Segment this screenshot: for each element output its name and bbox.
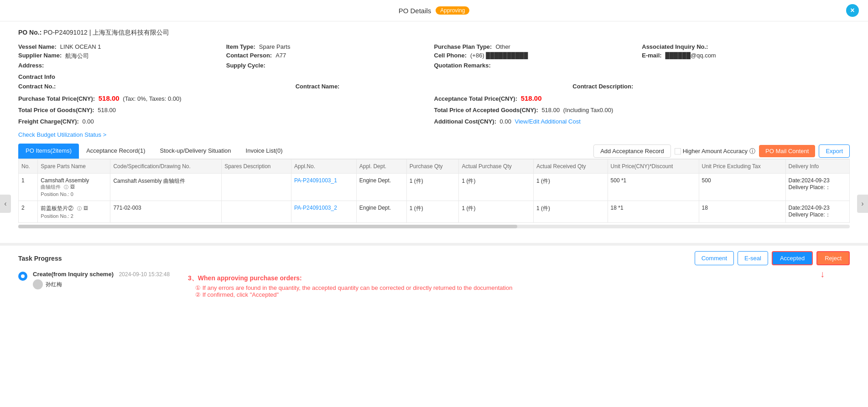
col-actual-purchase-qty: Actual Purchase Qty xyxy=(459,160,534,174)
appl-no-link-2[interactable]: PA-P24091003_2 xyxy=(294,205,337,211)
task-title: Task Progress xyxy=(18,255,62,262)
item-icons-1: ⓘ 🖼 xyxy=(64,184,75,191)
contract-name-label: Contract Name: xyxy=(296,83,340,90)
red-arrow-container: ↓ xyxy=(795,271,850,279)
task-body: Create(from Inquiry scheme) 2024-09-10 1… xyxy=(18,271,850,298)
annotation-item-2: ② If confirmed, click "Accepted" xyxy=(195,291,795,298)
col-delivery-info: Delivery Info xyxy=(785,160,849,174)
col-unit-price-ex-tax: Unit Price Excluding Tax xyxy=(699,160,785,174)
cell-name-1: Camshaft Assembly 曲轴组件 ⓘ 🖼 Position No.:… xyxy=(38,174,110,201)
po-items-table: No. Spare Parts Name Code/Specification/… xyxy=(18,159,850,223)
info-icon-1[interactable]: ⓘ xyxy=(64,184,68,191)
vessel-label: Vessel Name: xyxy=(18,43,57,50)
accepted-goods-row: Total Price of Accepted Goods(CNY): 518.… xyxy=(434,107,850,113)
cell-purchase-qty-1: 1 (件) xyxy=(406,174,459,201)
page-header: PO Details Approving × xyxy=(0,0,868,21)
col-actual-received-qty: Actual Received Qty xyxy=(533,160,608,174)
cell-row: Cell Phone: (+86) ██████████ xyxy=(434,52,642,60)
timeline-title-row: Create(from Inquiry scheme) 2024-09-10 1… xyxy=(33,271,170,278)
close-button[interactable]: × xyxy=(846,4,859,17)
contract-no-label: Contract No.: xyxy=(18,83,56,90)
acceptance-total-row: Acceptance Total Price(CNY): 518.00 xyxy=(434,94,850,102)
info-icon-2[interactable]: ⓘ xyxy=(77,206,82,212)
supplier-value: 航海公司 xyxy=(65,52,89,60)
contract-desc-row: Contract Description: xyxy=(572,83,850,90)
cell-unit-price-ex-tax-2: 18 xyxy=(699,201,785,223)
associated-inquiry-row: Associated Inquiry No.: xyxy=(642,43,850,50)
tab-po-items[interactable]: PO Items(2items) xyxy=(18,144,79,159)
image-icon-1[interactable]: 🖼 xyxy=(70,184,75,191)
cell-desc-1 xyxy=(222,174,291,201)
table-row: 1 Camshaft Assembly 曲轴组件 ⓘ 🖼 Position No… xyxy=(19,174,850,201)
contact-value: A77 xyxy=(275,52,286,60)
accepted-button[interactable]: Accepted xyxy=(772,251,813,265)
export-button[interactable]: Export xyxy=(819,144,850,158)
info-icon: ⓘ xyxy=(749,147,755,155)
contract-name-row: Contract Name: xyxy=(296,83,573,90)
position-no-2: Position No.: 2 xyxy=(41,213,107,219)
col-appl-dept: Appl. Dept. xyxy=(356,160,406,174)
pricing-section: Purchase Total Price(CNY): 518.00 (Tax: … xyxy=(18,93,850,127)
reject-button[interactable]: Reject xyxy=(816,251,850,265)
task-section: Task Progress Comment E-seal Accepted Re… xyxy=(0,251,868,307)
contract-desc-label: Contract Description: xyxy=(572,83,633,90)
vessel-value: LINK OCEAN 1 xyxy=(60,43,101,50)
address-row: Address: xyxy=(18,62,226,69)
tab-acceptance-record[interactable]: Acceptance Record(1) xyxy=(79,144,152,159)
tab-invoice-list[interactable]: Invoice List(0) xyxy=(239,144,290,159)
supplier-label: Supplier Name: xyxy=(18,52,62,60)
view-edit-link[interactable]: View/Edit Additional Cost xyxy=(515,118,581,125)
tax-info: (Tax: 0%, Taxes: 0.00) xyxy=(123,95,181,102)
timeline-date: 2024-09-10 15:32:48 xyxy=(119,271,170,278)
additional-row: Additional Cost(CNY): 0.00 View/Edit Add… xyxy=(434,118,850,125)
cell-appl-no-2: PA-P24091003_2 xyxy=(291,201,356,223)
item-name-en-1: Camshaft Assembly xyxy=(41,177,107,184)
main-content: PO No.: PO-P24091012 | 上海互海信息科技有限公司 Vess… xyxy=(0,21,868,237)
item-name-cn-1: 曲轴组件 ⓘ 🖼 xyxy=(41,184,107,191)
goods-total-value: 518.00 xyxy=(98,107,116,113)
cell-value: (+86) ██████████ xyxy=(470,52,528,60)
item-icons-2: ⓘ 🖼 xyxy=(77,206,88,212)
user-avatar xyxy=(33,279,43,289)
appl-no-link-1[interactable]: PA-P24091003_1 xyxy=(294,177,337,184)
table-header: No. Spare Parts Name Code/Specification/… xyxy=(19,160,850,174)
scroll-bar[interactable] xyxy=(18,225,850,228)
cell-desc-2 xyxy=(222,201,291,223)
budget-link[interactable]: Check Budget Utilization Status > xyxy=(18,131,106,138)
add-acceptance-button[interactable]: Add Acceptance Record xyxy=(593,144,670,158)
cell-delivery-info-2: Date:2024-09-23 Delivery Place:： xyxy=(785,201,849,223)
supply-label: Supply Cycle: xyxy=(226,62,265,69)
page-title: PO Details xyxy=(399,7,431,15)
timeline-user: 孙红梅 xyxy=(33,279,170,289)
associated-inquiry-label: Associated Inquiry No.: xyxy=(642,43,708,50)
image-icon-2[interactable]: 🖼 xyxy=(83,206,88,212)
po-number: PO No.: PO-P24091012 | 上海互海信息科技有限公司 xyxy=(18,29,850,37)
higher-accuracy-checkbox[interactable] xyxy=(675,148,681,155)
po-mail-button[interactable]: PO Mail Content xyxy=(759,145,815,157)
contract-section: Contract Info Contract No.: Contract Nam… xyxy=(18,73,850,90)
task-header: Task Progress Comment E-seal Accepted Re… xyxy=(18,251,850,265)
cell-code-2: 771-02-003 xyxy=(110,201,222,223)
additional-value: 0.00 xyxy=(500,118,511,125)
comment-button[interactable]: Comment xyxy=(695,251,734,265)
cell-appl-dept-2: Engine Dept. xyxy=(356,201,406,223)
accepted-goods-label: Total Price of Accepted Goods(CNY): xyxy=(434,107,538,113)
info-grid: Vessel Name: LINK OCEAN 1 Item Type: Spa… xyxy=(18,43,850,69)
col-code: Code/Specification/Drawing No. xyxy=(110,160,222,174)
tab-stock-delivery[interactable]: Stock-up/Delivery Situation xyxy=(152,144,238,159)
eseal-button[interactable]: E-seal xyxy=(738,251,768,265)
purchase-plan-value: Other xyxy=(495,43,510,50)
item-name-en-2: 前盖板垫片② ⓘ 🖼 xyxy=(41,205,107,212)
annotation-box: 3、When approving purchase orders: ① If a… xyxy=(188,274,795,298)
delivery-date-2: Date:2024-09-23 xyxy=(789,205,847,211)
supplier-row: Supplier Name: 航海公司 xyxy=(18,52,226,60)
nav-arrow-left[interactable]: ‹ xyxy=(0,195,11,213)
accepted-goods-value: 518.00 xyxy=(541,107,560,113)
item-type-value: Spare Parts xyxy=(259,43,291,50)
contact-row: Contact Person: A77 xyxy=(226,52,434,60)
col-appl-no: Appl.No. xyxy=(291,160,356,174)
po-value: PO-P24091012 | 上海互海信息科技有限公司 xyxy=(43,29,169,36)
goods-total-row: Total Price of Goods(CNY): 518.00 xyxy=(18,107,434,113)
nav-arrow-right[interactable]: › xyxy=(857,195,868,213)
goods-total-label: Total Price of Goods(CNY): xyxy=(18,107,94,113)
